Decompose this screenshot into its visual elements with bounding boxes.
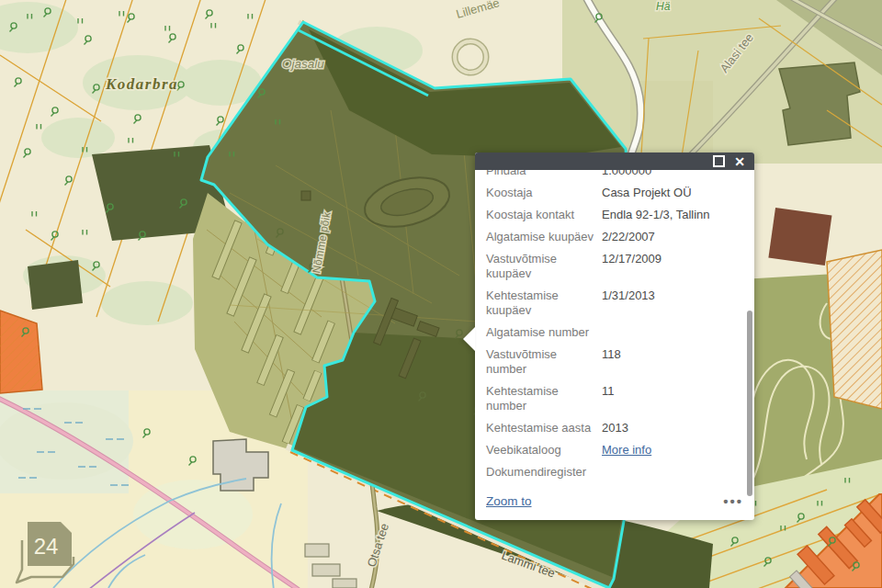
field-label: Dokumendiregister <box>486 465 602 480</box>
hatched-parcel <box>827 250 882 409</box>
place-label-ha: Hä <box>656 0 671 13</box>
ne-building <box>779 62 860 145</box>
field-row: Kehtestamise kuupäev 1/31/2013 <box>486 285 743 322</box>
map-viewport: Kodarbra Ojasalu Lillemäe Alasi tee Hä N… <box>0 0 882 588</box>
close-button[interactable]: ✕ <box>733 155 746 168</box>
place-label-ojasalu: Ojasalu <box>282 57 324 71</box>
field-label: Kehtestamise kuupäev <box>486 288 602 318</box>
maximize-icon <box>713 155 725 167</box>
field-value: 1/31/2013 <box>602 288 743 303</box>
field-label: Kehtestamise aasta <box>486 421 602 435</box>
field-value: Casa Projekt OÜ <box>602 186 743 200</box>
feature-popup: ✕ Pindala 1.000000 Koostaja Casa Projekt… <box>475 153 754 520</box>
maximize-button[interactable] <box>712 155 725 168</box>
field-value: 12/17/2009 <box>602 252 743 266</box>
field-value: 11 <box>602 384 743 399</box>
field-value: 2013 <box>602 421 743 435</box>
close-icon: ✕ <box>734 155 745 168</box>
popup-field-table: Pindala 1.000000 Koostaja Casa Projekt O… <box>475 170 754 497</box>
field-row: Vastuvõtmise kuupäev 12/17/2009 <box>486 248 743 285</box>
field-row: Algatamise number <box>486 322 743 344</box>
field-value: 118 <box>602 347 743 362</box>
zoom-to-link[interactable]: Zoom to <box>486 494 532 508</box>
field-label: Algatamise number <box>486 325 602 340</box>
field-row: Koostaja kontakt Endla 92-1/3, Tallinn <box>486 204 743 226</box>
brown-building <box>768 208 831 266</box>
field-row: Veebikataloog More info <box>486 439 743 461</box>
field-label: Kehtestamise number <box>486 384 602 413</box>
place-label-kodarbra: Kodarbra <box>105 75 178 93</box>
field-label: Vastuvõtmise kuupäev <box>486 252 602 281</box>
field-label: Vastuvõtmise number <box>486 347 602 377</box>
field-label: Koostaja kontakt <box>486 208 602 222</box>
field-label: Algatamise kuupäev <box>486 230 602 244</box>
field-row: Dokumendiregister <box>486 461 743 483</box>
field-label: Koostaja <box>486 186 602 200</box>
field-row: Koostaja Casa Projekt OÜ <box>486 182 743 204</box>
more-actions-button[interactable]: ••• <box>723 497 743 506</box>
more-info-link[interactable]: More info <box>602 443 651 457</box>
field-value: 1.000000 <box>602 170 743 178</box>
field-value: 2/22/2007 <box>602 230 743 244</box>
field-row: Vastuvõtmise number 118 <box>486 344 743 380</box>
field-row: Kehtestamise number 11 <box>486 380 743 417</box>
field-row: Pindala 1.000000 <box>486 170 743 182</box>
marker-number: 24 <box>34 534 59 559</box>
field-row: Algatamise kuupäev 2/22/2007 <box>486 226 743 248</box>
popup-footer: Zoom to ••• <box>475 490 754 520</box>
orange-parcel-west <box>0 311 42 393</box>
field-label: Veebikataloog <box>486 443 602 458</box>
field-row: Kehtestamise aasta 2013 <box>486 417 743 439</box>
popup-pointer <box>463 327 475 351</box>
popup-header: ✕ <box>475 153 754 170</box>
field-label: Pindala <box>486 170 602 178</box>
popup-scrollbar[interactable] <box>747 311 752 496</box>
field-value: Endla 92-1/3, Tallinn <box>602 208 743 222</box>
